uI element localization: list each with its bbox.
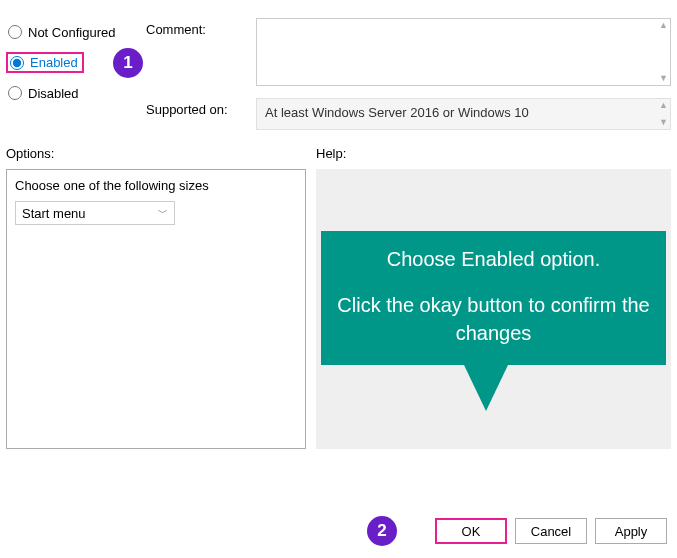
radio-disabled-label: Disabled [28,86,79,101]
callout-text-1: Choose Enabled option. [335,245,652,273]
choose-size-label: Choose one of the following sizes [15,178,297,193]
ok-button[interactable]: OK [435,518,507,544]
chevron-down-icon: ﹀ [158,206,168,220]
radio-disabled-input[interactable] [8,86,22,100]
supported-label: Supported on: [146,98,256,130]
scroll-down-icon[interactable]: ▼ [659,74,668,83]
radio-not-configured-label: Not Configured [28,25,115,40]
size-dropdown-value: Start menu [22,206,86,221]
radio-enabled-input[interactable] [10,56,24,70]
size-dropdown[interactable]: Start menu ﹀ [15,201,175,225]
apply-button[interactable]: Apply [595,518,667,544]
scroll-up-icon[interactable]: ▲ [659,101,668,110]
callout-pointer-icon [464,365,508,411]
radio-enabled[interactable]: Enabled [6,52,84,73]
radio-group: Not Configured Enabled Disabled [6,18,146,142]
callout-text-2: Click the okay button to confirm the cha… [335,291,652,347]
help-section-label: Help: [316,146,671,161]
cancel-button[interactable]: Cancel [515,518,587,544]
radio-enabled-label: Enabled [30,55,78,70]
annotation-badge-1: 1 [113,48,143,78]
annotation-badge-2: 2 [367,516,397,546]
comment-textarea[interactable]: ▲ ▼ [256,18,671,86]
scroll-up-icon[interactable]: ▲ [659,21,668,30]
annotation-callout: Choose Enabled option. Click the okay bu… [321,231,666,365]
comment-label: Comment: [146,18,256,86]
radio-not-configured-input[interactable] [8,25,22,39]
radio-not-configured[interactable]: Not Configured [6,18,146,46]
options-panel: Choose one of the following sizes Start … [6,169,306,449]
options-section-label: Options: [6,146,316,161]
scroll-down-icon[interactable]: ▼ [659,118,668,127]
radio-disabled[interactable]: Disabled [6,79,146,107]
help-panel: Choose Enabled option. Click the okay bu… [316,169,671,449]
supported-field: At least Windows Server 2016 or Windows … [256,98,671,130]
